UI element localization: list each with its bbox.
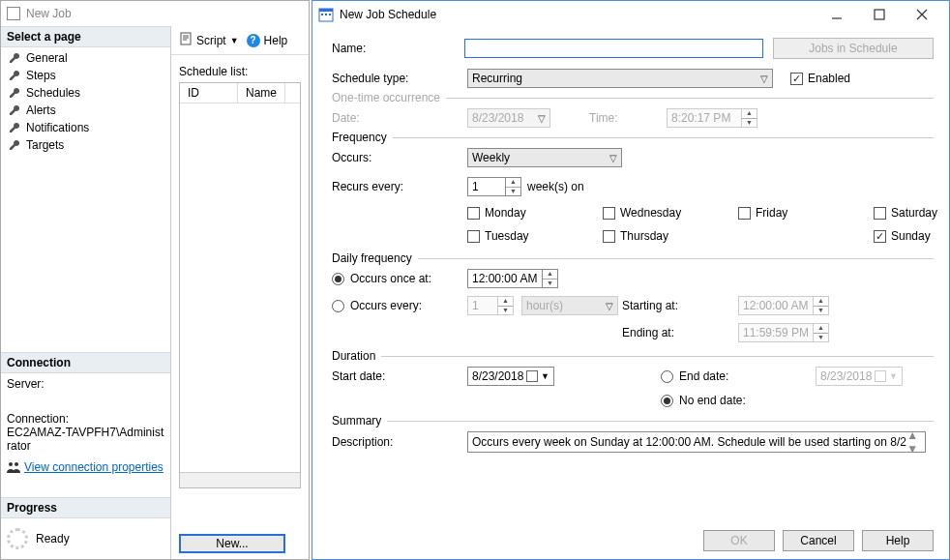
name-label: Name: — [332, 42, 464, 55]
one-time-date-label: Date: — [332, 111, 467, 125]
chevron-down-icon: ▽ — [609, 153, 617, 163]
progress-header: Progress — [1, 497, 170, 518]
occurs-every-radio[interactable]: Occurs every: — [332, 299, 467, 312]
svg-rect-7 — [329, 14, 331, 15]
minimize-button[interactable] — [816, 1, 858, 28]
svg-rect-2 — [181, 33, 191, 44]
starting-at-label: Starting at: — [622, 299, 738, 312]
schedule-type-combo[interactable]: Recurring ▽ — [467, 69, 773, 88]
connection-label: Connection: — [1, 408, 170, 426]
new-job-window: New Job Select a page General Steps Sche… — [0, 0, 310, 560]
schedule-list-label: Schedule list: — [171, 55, 309, 82]
spin-down-icon[interactable]: ▼ — [543, 280, 557, 288]
page-steps[interactable]: Steps — [1, 67, 170, 84]
day-monday-checkbox[interactable]: Monday — [467, 206, 603, 220]
day-friday-checkbox[interactable]: Friday — [738, 206, 874, 220]
checkbox-icon — [467, 207, 480, 220]
vertical-scrollbar[interactable]: ▲▼ — [906, 428, 921, 456]
spin-down-icon: ▼ — [814, 334, 828, 342]
spin-up-icon[interactable]: ▲ — [543, 270, 557, 280]
connection-area: Server: Connection: EC2AMAZ-TAVPFH7\Admi… — [1, 373, 170, 478]
recurs-unit: week(s) on — [527, 180, 584, 193]
checkbox-icon — [874, 230, 886, 243]
occurs-once-time[interactable]: ▲▼ — [467, 269, 622, 288]
wrench-icon — [9, 70, 20, 81]
new-job-title: New Job — [26, 7, 72, 20]
page-schedules[interactable]: Schedules — [1, 84, 170, 102]
dialog-button-bar: OK Cancel Help — [703, 530, 934, 551]
duration-group: Duration Start date: 8/23/2018 ▼ End dat… — [332, 356, 934, 407]
one-time-time-input: ▲▼ — [667, 108, 757, 128]
page-alerts[interactable]: Alerts — [1, 102, 170, 119]
ready-label: Ready — [36, 532, 70, 545]
one-time-date-combo: 8/23/2018▽ — [467, 108, 550, 128]
col-name[interactable]: Name — [238, 83, 285, 103]
name-input[interactable] — [464, 39, 763, 58]
summary-group: Summary Description: Occurs every week o… — [332, 421, 934, 453]
one-time-time-label: Time: — [589, 111, 667, 125]
occurs-combo[interactable]: Weekly▽ — [467, 148, 622, 167]
day-saturday-checkbox[interactable]: Saturday — [874, 206, 950, 220]
server-label: Server: — [1, 373, 170, 391]
one-time-legend: One-time occurrence — [332, 91, 446, 104]
day-wednesday-checkbox[interactable]: Wednesday — [603, 206, 738, 220]
select-page-header: Select a page — [1, 26, 170, 47]
day-sunday-checkbox[interactable]: Sunday — [874, 229, 950, 243]
help-button[interactable]: ? Help — [247, 34, 288, 47]
spin-up-icon: ▲ — [814, 297, 828, 307]
app-icon — [7, 7, 20, 20]
svg-point-1 — [15, 462, 18, 466]
calendar-icon — [526, 370, 538, 382]
schedule-list-table: ID Name — [179, 82, 301, 488]
spin-up-icon[interactable]: ▲ — [506, 178, 520, 188]
dialog-titlebar: New Job Schedule — [312, 1, 949, 28]
frequency-group: Frequency Occurs: Weekly▽ Recurs every: … — [332, 137, 934, 243]
chevron-down-icon: ▼ — [541, 371, 549, 381]
maximize-button[interactable] — [858, 1, 901, 28]
occurs-once-radio[interactable]: Occurs once at: — [332, 272, 467, 285]
spin-down-icon[interactable]: ▼ — [506, 188, 520, 196]
spin-up-icon: ▲ — [742, 109, 757, 119]
cancel-button[interactable]: Cancel — [783, 530, 854, 551]
radio-icon — [332, 273, 344, 285]
checkbox-icon — [467, 230, 480, 243]
description-textbox[interactable]: Occurs every week on Sunday at 12:00:00 … — [467, 431, 926, 453]
starting-at-time: ▲▼ — [738, 296, 837, 315]
start-date-label: Start date: — [332, 369, 467, 383]
page-targets[interactable]: Targets — [1, 136, 170, 154]
help-icon: ? — [247, 34, 260, 47]
connection-value: EC2AMAZ-TAVPFH7\Administrator — [1, 426, 170, 457]
checkbox-icon — [738, 207, 751, 220]
script-button[interactable]: Script ▼ — [179, 32, 239, 48]
summary-legend: Summary — [332, 414, 387, 427]
script-icon — [179, 32, 193, 48]
view-connection-properties-link[interactable]: View connection properties — [1, 457, 170, 478]
daily-frequency-legend: Daily frequency — [332, 251, 418, 265]
schedule-list-header: ID Name — [180, 83, 300, 103]
enabled-checkbox[interactable]: Enabled — [790, 72, 850, 85]
page-notifications[interactable]: Notifications — [1, 119, 170, 136]
start-date-picker[interactable]: 8/23/2018 ▼ — [467, 367, 554, 386]
wrench-icon — [9, 139, 20, 151]
page-general[interactable]: General — [1, 49, 170, 67]
close-button[interactable] — [901, 1, 943, 28]
recurs-every-label: Recurs every: — [332, 180, 467, 193]
recurs-every-spinner[interactable]: ▲▼ — [467, 177, 521, 196]
radio-icon — [661, 395, 673, 407]
day-thursday-checkbox[interactable]: Thursday — [603, 229, 738, 243]
ending-at-time: ▲▼ — [738, 323, 837, 342]
checkbox-icon — [603, 207, 615, 220]
col-id[interactable]: ID — [180, 83, 238, 103]
day-tuesday-checkbox[interactable]: Tuesday — [467, 229, 603, 243]
svg-rect-6 — [325, 14, 327, 15]
dialog-title: New Job Schedule — [340, 8, 810, 21]
no-end-date-radio[interactable]: No end date: — [661, 394, 816, 407]
radio-icon — [332, 300, 344, 312]
jobs-in-schedule-button: Jobs in Schedule — [773, 38, 934, 59]
horizontal-scrollbar[interactable] — [180, 472, 300, 487]
checkbox-icon — [790, 73, 803, 85]
new-schedule-button[interactable]: New... — [179, 534, 285, 553]
occurs-every-spinner: ▲▼ — [467, 296, 514, 315]
end-date-radio[interactable]: End date: — [661, 369, 816, 383]
help-button[interactable]: Help — [862, 530, 934, 551]
